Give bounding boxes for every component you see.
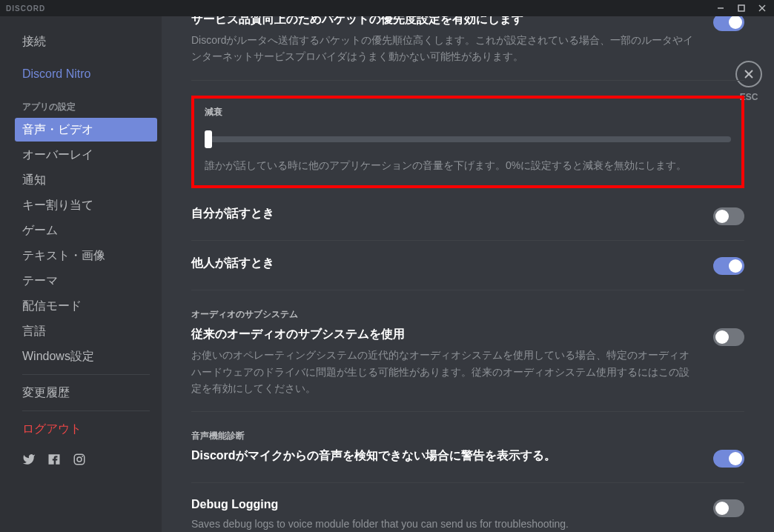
- maximize-button[interactable]: [731, 0, 752, 16]
- sidebar-item-label: 音声・ビデオ: [22, 122, 93, 138]
- sidebar-item-logout[interactable]: ログアウト: [15, 417, 157, 441]
- sidebar-item-keybinds[interactable]: キー割り当て: [15, 193, 157, 217]
- sidebar-item-label: 通知: [22, 173, 46, 188]
- sidebar-item-text-images[interactable]: テキスト・画像: [15, 244, 157, 267]
- minimize-button[interactable]: [710, 0, 731, 16]
- subsystem-desc: お使いのオペレーティングシステムの近代的なオーディオシステムを使用している場合、…: [191, 347, 698, 396]
- divider: [191, 80, 744, 81]
- sidebar-item-label: 接続: [22, 34, 46, 50]
- svg-point-6: [82, 456, 83, 457]
- divider: [191, 240, 744, 241]
- qos-toggle[interactable]: [713, 16, 744, 31]
- sidebar-item-games[interactable]: ゲーム: [15, 219, 157, 242]
- sidebar-item-label: 変更履歴: [22, 385, 70, 401]
- qos-desc: Discordがルータへ送信するパケットの優先順位高くします。これが設定されてい…: [191, 32, 698, 65]
- sidebar-item-label: 言語: [22, 324, 46, 339]
- settings-content: ESC サービス品質向上のためパケットの優先度設定を有効にします Discord…: [162, 16, 774, 532]
- subsystem-title: 従来のオーディオのサブシステムを使用: [191, 327, 698, 342]
- sidebar-item-language[interactable]: 言語: [15, 319, 157, 343]
- divider: [191, 411, 744, 412]
- divider: [191, 482, 744, 483]
- sidebar-item-label: テーマ: [22, 273, 58, 289]
- debug-logging-row: Debug Logging Saves debug logs to voice …: [191, 498, 744, 532]
- sidebar-header-app-settings: アプリの設定: [15, 87, 157, 118]
- when-others-speak-row: 他人が話すとき: [191, 256, 744, 275]
- social-links: [15, 442, 157, 479]
- sidebar-separator: [22, 374, 150, 375]
- instagram-icon[interactable]: [73, 453, 86, 469]
- debug-logging-title: Debug Logging: [191, 498, 698, 511]
- when-i-speak-row: 自分が話すとき: [191, 206, 744, 225]
- mic-warning-title: Discordがマイクからの音声を検知できない場合に警告を表示する。: [191, 448, 698, 464]
- sidebar-item-label: キー割り当て: [22, 198, 93, 213]
- qos-title: サービス品質向上のためパケットの優先度設定を有効にします: [191, 16, 698, 27]
- when-others-speak-toggle[interactable]: [713, 257, 744, 275]
- sidebar-item-label: Discord Nitro: [22, 67, 90, 81]
- sidebar-item-label: 配信モード: [22, 299, 82, 314]
- sidebar-item-windows-settings[interactable]: Windows設定: [15, 345, 157, 368]
- sidebar-item-notifications[interactable]: 通知: [15, 168, 157, 192]
- when-others-speak-title: 他人が話すとき: [191, 256, 274, 271]
- settings-sidebar: 接続 Discord Nitro アプリの設定 音声・ビデオ オーバーレイ 通知…: [0, 16, 162, 532]
- sidebar-item-voice-video[interactable]: 音声・ビデオ: [15, 118, 157, 142]
- subsystem-toggle[interactable]: [713, 328, 744, 346]
- svg-point-5: [77, 457, 82, 462]
- app-logo: DISCORD: [6, 4, 45, 13]
- diagnostics-header: 音声機能診断: [191, 430, 744, 442]
- sidebar-separator: [22, 410, 150, 411]
- sidebar-item-connections[interactable]: 接続: [15, 30, 157, 53]
- when-i-speak-title: 自分が話すとき: [191, 206, 274, 222]
- debug-logging-desc: Saves debug logs to voice module folder …: [191, 516, 698, 532]
- sidebar-item-label: ゲーム: [22, 223, 58, 239]
- subsystem-header: オーディオのサブシステム: [191, 308, 744, 321]
- twitter-icon[interactable]: [22, 453, 36, 469]
- sidebar-item-streamer-mode[interactable]: 配信モード: [15, 294, 157, 318]
- qos-row: サービス品質向上のためパケットの優先度設定を有効にします Discordがルータ…: [191, 16, 744, 65]
- mic-warning-toggle[interactable]: [713, 450, 744, 468]
- divider: [191, 290, 744, 290]
- attenuation-desc: 誰かが話している時に他のアプリケーションの音量を下げます。0%に設定すると減衰を…: [205, 157, 731, 173]
- mic-warning-row: Discordがマイクからの音声を検知できない場合に警告を表示する。: [191, 448, 744, 468]
- subsystem-row: 従来のオーディオのサブシステムを使用 お使いのオペレーティングシステムの近代的な…: [191, 327, 744, 396]
- sidebar-item-appearance[interactable]: テーマ: [15, 269, 157, 293]
- attenuation-section: 減衰 誰かが話している時に他のアプリケーションの音量を下げます。0%に設定すると…: [191, 96, 744, 188]
- close-window-button[interactable]: [752, 0, 773, 16]
- facebook-icon[interactable]: [47, 453, 61, 469]
- window-buttons: [710, 0, 773, 16]
- sidebar-item-label: オーバーレイ: [22, 147, 93, 163]
- slider-thumb[interactable]: [205, 130, 212, 148]
- slider-track: [205, 136, 731, 142]
- debug-logging-toggle[interactable]: [713, 499, 744, 517]
- sidebar-item-nitro[interactable]: Discord Nitro: [15, 62, 157, 86]
- titlebar: DISCORD: [0, 0, 774, 16]
- svg-rect-1: [738, 5, 744, 11]
- attenuation-slider[interactable]: [205, 129, 731, 147]
- sidebar-item-label: テキスト・画像: [22, 248, 105, 264]
- when-i-speak-toggle[interactable]: [713, 207, 744, 225]
- sidebar-item-label: ログアウト: [22, 422, 82, 437]
- sidebar-item-overlay[interactable]: オーバーレイ: [15, 143, 157, 167]
- sidebar-item-label: Windows設定: [22, 349, 94, 365]
- sidebar-item-changelog[interactable]: 変更履歴: [15, 381, 157, 405]
- attenuation-header: 減衰: [205, 106, 731, 119]
- content-scroll[interactable]: サービス品質向上のためパケットの優先度設定を有効にします Discordがルータ…: [162, 16, 774, 532]
